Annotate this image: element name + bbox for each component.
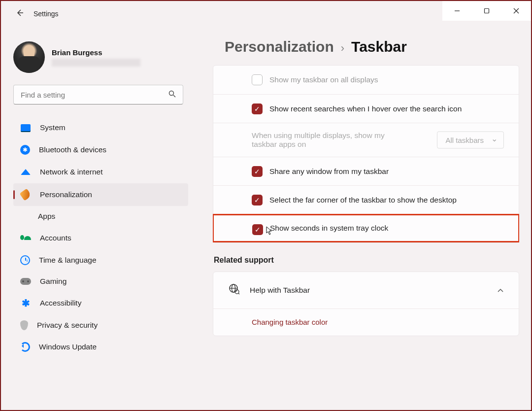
search-box[interactable] xyxy=(13,85,183,104)
checkbox-on-icon[interactable]: ✓ xyxy=(252,195,263,206)
accounts-icon xyxy=(20,233,31,243)
svg-point-5 xyxy=(169,91,174,96)
gamepad-icon xyxy=(20,278,31,285)
breadcrumb: Personalization › Taskbar xyxy=(213,35,519,65)
help-link-changing-color[interactable]: Changing taskbar color xyxy=(252,318,328,326)
help-link-row: Changing taskbar color xyxy=(213,308,519,336)
setting-label: Show recent searches when I hover over t… xyxy=(252,104,462,113)
bluetooth-icon: ✱ xyxy=(20,145,30,155)
setting-multi-display: When using multiple displays, show my ta… xyxy=(213,123,519,157)
window-controls xyxy=(442,1,531,21)
setting-show-all-displays[interactable]: Show my taskbar on all displays xyxy=(213,66,519,94)
sidebar-item-apps[interactable]: Apps xyxy=(13,206,188,227)
sidebar-item-label: Accounts xyxy=(40,234,71,242)
svg-line-6 xyxy=(173,95,175,97)
close-button[interactable] xyxy=(501,1,531,21)
sidebar-item-label: Time & language xyxy=(39,256,97,265)
setting-recent-searches[interactable]: ✓ Show recent searches when I hover over… xyxy=(213,94,519,123)
sidebar-item-label: Privacy & security xyxy=(37,321,98,330)
sidebar-item-label: Apps xyxy=(38,212,55,221)
setting-far-corner[interactable]: ✓ Select the far corner of the taskbar t… xyxy=(213,185,519,214)
profile-name: Brian Burgess xyxy=(52,48,140,57)
setting-share-window[interactable]: ✓ Share any window from my taskbar xyxy=(213,157,519,185)
accessibility-icon: ✱ xyxy=(20,298,31,308)
clock-icon xyxy=(20,255,30,265)
breadcrumb-current: Taskbar xyxy=(351,38,407,55)
apps-icon xyxy=(20,212,29,221)
checkbox-on-icon[interactable]: ✓ xyxy=(252,224,263,235)
personalization-icon xyxy=(20,189,31,200)
setting-label: Select the far corner of the taskbar to … xyxy=(252,196,457,205)
sidebar-item-label: Network & internet xyxy=(40,168,103,176)
sidebar-item-personalization[interactable]: Personalization xyxy=(13,183,188,206)
setting-label: Show my taskbar on all displays xyxy=(252,75,378,84)
back-button[interactable] xyxy=(16,9,24,19)
sidebar-item-accessibility[interactable]: ✱ Accessibility xyxy=(13,292,188,314)
taskbar-settings-card: Show my taskbar on all displays ✓ Show r… xyxy=(213,65,519,243)
setting-label: Share any window from my taskbar xyxy=(252,167,389,176)
checkbox-on-icon[interactable]: ✓ xyxy=(252,103,263,114)
sidebar-item-label: Gaming xyxy=(40,277,66,286)
sidebar-item-label: Bluetooth & devices xyxy=(39,145,106,154)
search-input[interactable] xyxy=(21,91,168,99)
sidebar-item-label: Windows Update xyxy=(39,342,97,351)
setting-show-seconds[interactable]: ✓ Show seconds in system tray clock xyxy=(213,214,519,242)
avatar xyxy=(13,41,45,73)
sidebar-item-label: System xyxy=(40,123,66,132)
minimize-button[interactable] xyxy=(442,1,472,21)
sidebar-item-privacy[interactable]: Privacy & security xyxy=(13,314,188,336)
setting-label: When using multiple displays, show my ta… xyxy=(252,131,390,149)
svg-line-11 xyxy=(238,293,239,294)
app-title: Settings xyxy=(33,10,59,18)
sidebar-item-system[interactable]: System xyxy=(13,116,188,139)
help-with-taskbar[interactable]: Help with Taskbar xyxy=(213,272,519,308)
dropdown-value: All taskbars xyxy=(445,136,484,144)
sidebar-item-network[interactable]: Network & internet xyxy=(13,161,188,183)
update-icon xyxy=(20,342,30,352)
search-icon[interactable] xyxy=(168,90,176,99)
cursor-icon xyxy=(266,226,273,235)
sidebar-item-label: Personalization xyxy=(40,190,92,199)
related-support-card: Help with Taskbar Changing taskbar color xyxy=(213,272,519,336)
profile-email-redacted xyxy=(52,59,140,67)
system-icon xyxy=(20,122,31,133)
chevron-up-icon xyxy=(497,286,504,294)
profile-block[interactable]: Brian Burgess xyxy=(13,39,188,83)
sidebar-item-accounts[interactable]: Accounts xyxy=(13,227,188,249)
sidebar-item-update[interactable]: Windows Update xyxy=(13,336,188,358)
sidebar-item-label: Accessibility xyxy=(40,299,81,308)
checkbox-on-icon[interactable]: ✓ xyxy=(252,166,263,177)
checkbox-off-icon[interactable] xyxy=(252,74,263,85)
chevron-right-icon: › xyxy=(341,42,344,55)
sidebar-item-bluetooth[interactable]: ✱ Bluetooth & devices xyxy=(13,139,188,161)
globe-help-icon xyxy=(228,283,240,298)
related-support-title: Related support xyxy=(213,256,519,272)
shield-icon xyxy=(20,320,28,330)
wifi-icon xyxy=(20,167,31,177)
svg-rect-1 xyxy=(485,9,489,13)
sidebar-item-gaming[interactable]: Gaming xyxy=(13,271,188,292)
maximize-button[interactable] xyxy=(472,1,501,21)
breadcrumb-parent[interactable]: Personalization xyxy=(225,38,334,55)
sidebar-item-time[interactable]: Time & language xyxy=(13,249,188,271)
help-label: Help with Taskbar xyxy=(250,286,487,295)
multi-display-dropdown[interactable]: All taskbars xyxy=(437,132,504,149)
